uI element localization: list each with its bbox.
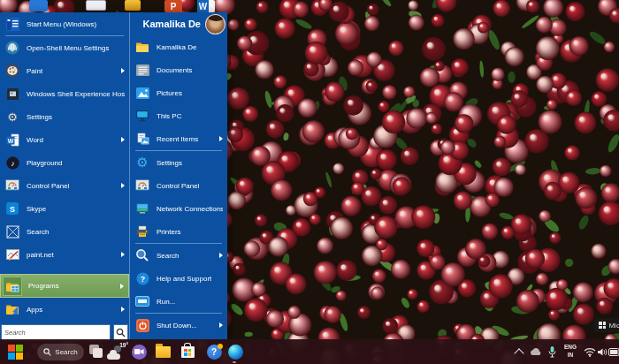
microsoft-logo-icon [599,322,606,329]
folder-icon [135,40,149,54]
windows-logo-icon [8,345,23,360]
menu-item-label: Settings [27,113,52,121]
gear-icon: ⚙ [5,110,19,124]
desktop-icon-word[interactable]: W [197,0,215,12]
menu-item-label: Skype [27,205,46,213]
menu-item-printers[interactable]: Printers [130,220,227,243]
menu-item-start-menu-windows[interactable]: Start Menu (Windows) [0,12,129,35]
svg-text:W: W [7,137,13,143]
seashell-icon [5,41,19,55]
start-button[interactable] [7,344,23,360]
menu-item-settings[interactable]: ⚙ Settings [0,105,129,128]
menu-item-settings-right[interactable]: ⚙ Settings [130,151,227,174]
menu-item-control-panel[interactable]: Control Panel [0,174,129,197]
menu-item-recent-items[interactable]: Recent Items [130,127,227,150]
menu-item-label: This PC [157,112,181,120]
menu-item-search-right[interactable]: Search [130,244,227,267]
store-bag-icon [181,346,195,358]
menu-item-user-folder[interactable]: Kamalika De [130,35,227,58]
meet-now-button[interactable] [131,344,147,360]
menu-item-control-panel-right[interactable]: Control Panel [130,174,227,197]
language-line1: ENG [560,343,581,351]
battery-tray-icon[interactable] [607,344,619,360]
menu-item-pictures[interactable]: Pictures [130,81,227,104]
video-camera-icon [132,345,147,360]
powerpoint-letter: P [164,0,182,12]
cloud-icon [107,353,120,360]
menu-item-label: Documents [157,66,192,74]
menu-item-label: Run... [157,298,175,306]
menu-item-label: Recent Items [157,135,198,143]
user-avatar[interactable] [205,14,225,34]
desktop-icon-blue-app[interactable] [29,0,48,11]
word-letter: W [197,0,209,12]
paint-palette-icon [5,64,19,78]
microsoft-store-button[interactable] [180,344,195,360]
edge-browser-icon [228,345,243,360]
submenu-arrow-icon [120,284,124,289]
menu-item-label: Printers [157,228,181,236]
printer-icon [135,224,149,239]
menu-item-word[interactable]: W Word [0,128,129,151]
gear-icon: ⚙ [135,155,149,170]
svg-text:♪: ♪ [11,159,15,168]
taskbar-search[interactable]: Search [37,344,84,360]
start-menu-left-column: Start Menu (Windows) Open-Shell Menu Set… [0,12,129,339]
pictures-icon [135,86,149,100]
submenu-arrow-icon [121,68,125,73]
desktop-screen: P W Micro Start Menu (Windows) Open-Shel… [0,0,619,364]
notification-dot [218,344,223,349]
menu-item-skype[interactable]: S Skype [0,197,129,220]
microphone-icon [548,346,556,358]
menu-item-label: Pictures [157,89,182,97]
menu-item-search[interactable]: Search [0,220,129,243]
weather-widget[interactable]: 19° [107,342,128,361]
menu-item-shut-down[interactable]: Shut Down... [130,314,227,337]
tray-expand-button[interactable] [511,344,527,360]
menu-item-help-and-support[interactable]: ? Help and Support [130,267,227,290]
language-indicator[interactable]: ENG IN [560,343,581,359]
get-help-button[interactable]: ? [206,344,222,360]
task-view-button[interactable] [88,344,104,360]
menu-item-network-connections[interactable]: Network Connections [130,197,227,220]
edge-button[interactable] [227,344,243,360]
menu-item-run[interactable]: Run... [130,290,227,313]
menu-item-this-pc[interactable]: This PC [130,104,227,127]
menu-item-documents[interactable]: Documents [130,58,227,81]
start-menu-right-column: Kamalika De Kamalika De Documents P [129,12,227,339]
watermark-text: Micro [608,322,619,330]
desktop-icon-gold-app[interactable] [125,0,141,11]
start-menu-tile-icon [5,17,19,31]
menu-item-label: Playground [27,159,62,167]
menu-item-label: Start Menu (Windows) [27,20,96,28]
user-header[interactable]: Kamalika De [130,12,227,35]
microphone-tray-icon[interactable] [544,344,560,360]
submenu-arrow-icon [121,252,125,257]
file-explorer-button[interactable] [155,344,171,360]
menu-item-open-shell-settings[interactable]: Open-Shell Menu Settings [0,36,129,59]
desktop-icon-window-app[interactable] [86,0,106,11]
desktop-icon-powerpoint[interactable]: P [164,0,182,12]
menu-item-label: Network Connections [157,205,223,213]
chevron-up-icon [514,348,523,358]
music-note-icon: ♪ [5,155,19,170]
paint-net-icon [5,247,19,262]
onedrive-tray-icon[interactable] [527,344,543,360]
menu-item-playground[interactable]: ♪ Playground [0,151,129,174]
submenu-arrow-icon [219,253,223,258]
menu-item-apps[interactable]: Apps [0,298,129,321]
network-icon [135,201,149,216]
menu-item-windows-shell-experience-host[interactable]: Windows Shell Experience Host [0,82,129,105]
control-panel-icon [5,178,19,193]
folder-icon [156,346,171,358]
menu-item-label: Search [157,252,179,260]
menu-item-programs[interactable]: Programs [0,274,129,298]
menu-item-paint[interactable]: Paint [0,59,129,82]
menu-item-label: Paint [27,67,42,75]
battery-icon [608,348,619,356]
shell-host-icon [5,87,19,101]
magnifier-icon [43,348,51,356]
menu-item-label: Settings [157,159,182,167]
menu-item-paint-net[interactable]: paint.net [0,243,129,266]
taskbar-search-label: Search [55,348,77,356]
